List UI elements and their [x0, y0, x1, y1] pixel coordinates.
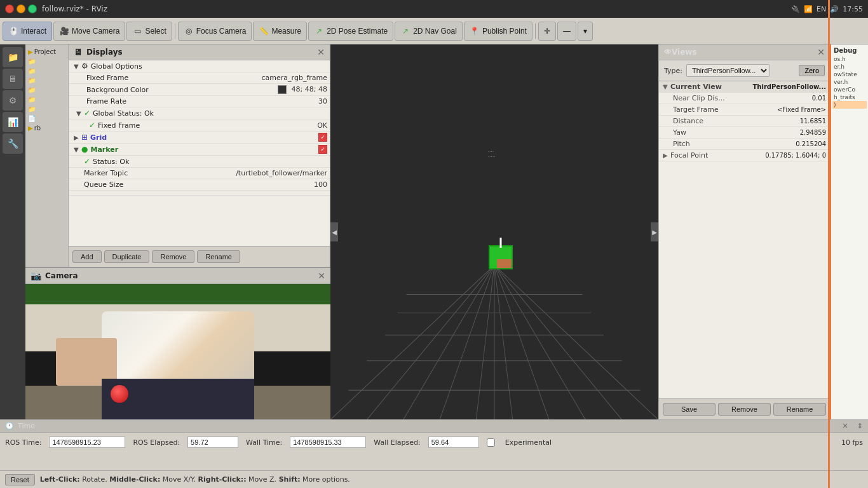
move-camera-button[interactable]: 🎥 Move Camera	[53, 22, 125, 41]
focal-point-label: Focal Point	[670, 151, 765, 159]
dropdown-button[interactable]: ▾	[578, 22, 593, 41]
experimental-checkbox[interactable]	[487, 438, 495, 447]
displays-close-button[interactable]: ✕	[317, 47, 325, 57]
views-panel-header: 👁 Views ✕	[659, 44, 830, 60]
global-status-label: Global Status: Ok	[93, 109, 327, 118]
add-button[interactable]: Add	[72, 250, 102, 263]
close-button[interactable]	[5, 4, 14, 13]
maximize-button[interactable]	[28, 4, 37, 13]
target-frame-row[interactable]: Target Frame <Fixed Frame>	[659, 104, 830, 116]
marker-topic-row[interactable]: Marker Topic /turtlebot_follower/marker	[69, 168, 330, 179]
marker-row[interactable]: ▼ ● Marker ✓	[69, 144, 330, 156]
remove-button[interactable]: Remove	[152, 250, 194, 263]
focus-camera-button[interactable]: ◎ Focus Camera	[178, 22, 252, 41]
views-save-button[interactable]: Save	[663, 403, 715, 416]
grid-expand[interactable]: ▶	[74, 134, 81, 141]
tree-item-8[interactable]: ▶ rb	[27, 123, 67, 133]
ros-elapsed-input[interactable]	[187, 437, 238, 448]
tree-item-project[interactable]: ▶ Project	[27, 47, 67, 57]
pitch-row[interactable]: Pitch 0.215204	[659, 139, 830, 150]
grid-svg	[330, 214, 658, 420]
camera-close-button[interactable]: ✕	[318, 271, 325, 281]
tree-item-2[interactable]: 📁	[27, 66, 67, 76]
rename-button[interactable]: Rename	[197, 250, 240, 263]
publish-point-icon: 📍	[470, 26, 480, 36]
focal-point-expand[interactable]: ▶	[663, 152, 670, 159]
minus-button[interactable]: —	[557, 22, 576, 41]
sys-icon-4[interactable]: 📊	[3, 112, 23, 132]
camera-panel-title: Camera	[45, 271, 78, 280]
sys-icon-5[interactable]: 🔧	[3, 133, 23, 154]
wifi-icon: 📶	[804, 5, 813, 13]
marker-status-row[interactable]: ✓ Status: Ok	[69, 156, 330, 168]
displays-tree[interactable]: ▼ ⚙ Global Options Fixed Frame camera_rg…	[69, 60, 330, 195]
views-zero-button[interactable]: Zero	[799, 65, 825, 76]
window-controls[interactable]	[5, 4, 37, 13]
views-close-button[interactable]: ✕	[817, 47, 825, 57]
time-close-button[interactable]: ✕	[843, 422, 848, 430]
fixed-frame-row[interactable]: Fixed Frame camera_rgb_frame	[69, 72, 330, 84]
sys-icon-1[interactable]: 📁	[3, 47, 23, 67]
tree-item-7[interactable]: 📄	[27, 114, 67, 123]
tree-item-4[interactable]: 📁	[27, 85, 67, 95]
time-expand-button[interactable]: ⇕	[857, 422, 863, 430]
tree-item-5[interactable]: 📁	[27, 95, 67, 104]
wall-elapsed-input[interactable]	[428, 437, 479, 448]
current-view-value: ThirdPersonFollow...	[753, 83, 826, 90]
marker-enabled-icon: ✓	[318, 145, 327, 154]
duplicate-button[interactable]: Duplicate	[104, 250, 150, 263]
background-color-row[interactable]: Background Color 48; 48; 48	[69, 84, 330, 96]
collapse-right-button[interactable]: ▶	[651, 222, 658, 241]
tree-label-project: Project	[34, 48, 56, 55]
displays-notes-area[interactable]	[69, 195, 330, 246]
reset-button[interactable]: Reset	[5, 474, 35, 485]
collapse-left-button[interactable]: ◀	[330, 222, 338, 241]
debug-line-4: ver.h	[832, 78, 867, 86]
marker-expand[interactable]: ▼	[74, 146, 81, 153]
publish-point-button[interactable]: 📍 Publish Point	[464, 22, 532, 41]
select-button[interactable]: ▭ Select	[126, 22, 172, 41]
views-remove-button[interactable]: Remove	[718, 403, 771, 416]
global-status-row[interactable]: ▼ ✓ Global Status: Ok	[69, 107, 330, 119]
tree-item-6[interactable]: 📁	[27, 104, 67, 114]
views-rename-button[interactable]: Rename	[773, 403, 826, 416]
fixed-frame-status-row[interactable]: ✓ Fixed Frame OK	[69, 119, 330, 132]
ros-time-input[interactable]	[49, 437, 125, 448]
svg-line-7	[367, 265, 494, 419]
grid-checkbox[interactable]: ✓	[318, 133, 327, 142]
tree-label-rb: rb	[34, 125, 41, 132]
focal-point-row[interactable]: ▶ Focal Point 0.17785; 1.6044; 0	[659, 150, 830, 161]
views-type-select[interactable]: ThirdPersonFollow...	[686, 64, 770, 77]
pose-estimate-button[interactable]: ↗ 2D Pose Estimate	[308, 22, 393, 41]
extra-button[interactable]: ✛	[538, 22, 556, 41]
measure-button[interactable]: 📏 Measure	[253, 22, 307, 41]
sys-icon-3[interactable]: ⚙	[3, 90, 23, 111]
wall-time-input[interactable]	[290, 437, 366, 448]
interact-button[interactable]: 🖱️ Interact	[3, 22, 52, 41]
global-options-row[interactable]: ▼ ⚙ Global Options	[69, 60, 330, 72]
current-view-expand[interactable]: ▼	[663, 83, 670, 90]
minimize-button[interactable]	[17, 4, 25, 13]
tree-item-1[interactable]: 📁	[27, 57, 67, 66]
marker-checkbox[interactable]: ✓	[318, 145, 327, 154]
frame-rate-row[interactable]: Frame Rate 30	[69, 96, 330, 107]
yaw-row[interactable]: Yaw 2.94859	[659, 127, 830, 139]
shift-label: Shift:	[279, 475, 301, 484]
tree-item-3[interactable]: 📁	[27, 76, 67, 85]
debug-line-2: er.h	[832, 63, 867, 71]
main-3d-view[interactable]: · · · ·· · · · · ◀ ▶	[330, 44, 658, 419]
sys-icon-2[interactable]: 🖥	[3, 69, 23, 89]
queue-size-row[interactable]: Queue Size 100	[69, 179, 330, 191]
nav-goal-button[interactable]: ↗ 2D Nav Goal	[395, 22, 463, 41]
global-status-expand[interactable]: ▼	[76, 110, 84, 117]
current-view-row[interactable]: ▼ Current View ThirdPersonFollow...	[659, 81, 830, 93]
fixed-frame-label: Fixed Frame	[86, 74, 257, 82]
near-clip-row[interactable]: Near Clip Dis... 0.01	[659, 93, 830, 104]
left-click-label: Left-Click:	[40, 475, 80, 484]
svg-line-15	[494, 265, 622, 419]
distance-row[interactable]: Distance 11.6851	[659, 116, 830, 127]
svg-line-12	[494, 265, 513, 419]
yaw-label: Yaw	[673, 128, 800, 137]
grid-row[interactable]: ▶ ⊞ Grid ✓	[69, 132, 330, 144]
global-options-expand[interactable]: ▼	[74, 63, 81, 70]
